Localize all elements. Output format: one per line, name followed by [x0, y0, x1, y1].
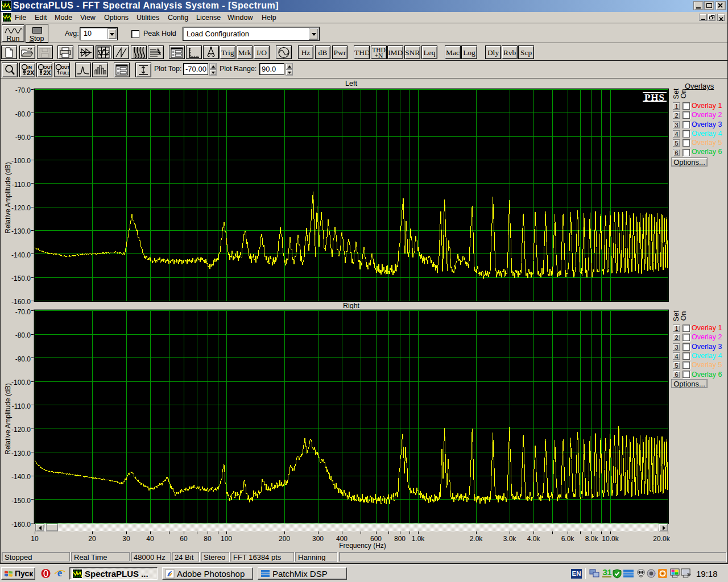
- svg-text:FULL: FULL: [60, 71, 70, 75]
- svg-text:2X: 2X: [43, 69, 51, 76]
- svg-text:2X: 2X: [27, 69, 35, 76]
- svg-text:OUT: OUT: [61, 65, 70, 69]
